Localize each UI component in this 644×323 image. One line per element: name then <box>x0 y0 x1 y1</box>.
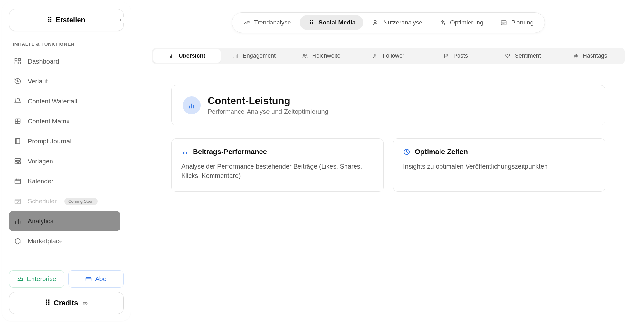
follower-icon <box>372 53 379 59</box>
subtab-follower[interactable]: Follower <box>355 49 422 63</box>
sparkle-dots-icon: ⠿ <box>47 17 51 23</box>
sidebar-section-label: INHALTE & FUNKTIONEN <box>13 41 124 47</box>
matrix-icon <box>14 117 22 125</box>
card-optimale-zeiten[interactable]: Optimale Zeiten Insights zu optimalen Ve… <box>393 138 605 192</box>
topnav-label: Trendanalyse <box>254 19 291 26</box>
enterprise-button[interactable]: Enterprise <box>9 270 64 288</box>
calendar-icon <box>14 177 22 185</box>
sidebar-item-analytics[interactable]: Analytics <box>9 211 120 231</box>
svg-rect-25 <box>86 277 91 281</box>
file-icon <box>443 53 450 59</box>
svg-rect-13 <box>19 162 21 164</box>
svg-rect-1 <box>18 59 20 61</box>
topnav-trendanalyse[interactable]: Trendanalyse <box>235 15 298 30</box>
top-nav: Trendanalyse ⠿ Social Media Nutzeranalys… <box>232 12 545 33</box>
sidebar-item-dashboard[interactable]: Dashboard <box>9 51 120 71</box>
sidebar-item-label: Verlauf <box>28 78 48 85</box>
svg-marker-24 <box>15 238 20 244</box>
subtab-label: Sentiment <box>515 53 541 59</box>
crown-icon <box>17 276 24 282</box>
topnav-label: Optimierung <box>450 19 484 26</box>
divider <box>152 41 625 41</box>
card-beitrags-performance[interactable]: Beitrags-Performance Analyse der Perform… <box>171 138 384 192</box>
sidebar-item-label: Kalender <box>28 178 53 185</box>
credits-button[interactable]: ⠿ Credits ∞ <box>9 292 124 314</box>
sidebar-item-label: Scheduler <box>28 198 57 205</box>
sidebar-item-label: Analytics <box>28 218 53 225</box>
history-icon <box>14 77 22 85</box>
abo-label: Abo <box>95 275 107 283</box>
sidebar-item-vorlagen[interactable]: Vorlagen <box>9 151 120 171</box>
sidebar-item-verlauf[interactable]: Verlauf <box>9 71 120 91</box>
header-title: Content-Leistung <box>208 95 328 107</box>
templates-icon <box>14 157 22 165</box>
sparkles-icon <box>439 19 446 26</box>
analytics-icon <box>14 217 22 225</box>
sidebar-item-marketplace[interactable]: Marketplace <box>9 231 120 251</box>
create-button[interactable]: ⠿ Erstellen <box>9 9 124 31</box>
subtab-uebersicht[interactable]: Übersicht <box>153 49 221 63</box>
users-icon <box>302 53 308 59</box>
subtab-label: Reichweite <box>312 53 340 59</box>
main-content: Trendanalyse ⠿ Social Media Nutzeranalys… <box>133 0 644 323</box>
subtab-posts[interactable]: Posts <box>422 49 489 63</box>
marketplace-icon <box>14 237 22 245</box>
topnav-nutzeranalyse[interactable]: Nutzeranalyse <box>365 15 430 30</box>
subtabs: Übersicht Engagement Reichweite Follower <box>152 48 625 64</box>
sidebar-item-label: Content Waterfall <box>28 98 77 105</box>
hash-icon <box>573 53 579 59</box>
topnav-planung[interactable]: Planung <box>492 15 541 30</box>
abo-button[interactable]: Abo <box>68 270 124 288</box>
journal-icon <box>14 137 22 145</box>
sparkle-dots-icon: ⠿ <box>45 299 49 307</box>
subtab-reichweite[interactable]: Reichweite <box>288 49 355 63</box>
subtab-label: Engagement <box>243 53 276 59</box>
dashboard-icon <box>14 57 22 65</box>
svg-rect-3 <box>18 62 20 64</box>
topnav-label: Social Media <box>318 19 355 26</box>
sidebar-item-content-waterfall[interactable]: Content Waterfall <box>9 91 120 111</box>
topnav-social-media[interactable]: ⠿ Social Media <box>300 15 363 30</box>
waterfall-icon <box>14 97 22 105</box>
user-icon <box>372 19 379 26</box>
bar-chart-icon <box>181 148 188 155</box>
topnav-label: Nutzeranalyse <box>383 19 422 26</box>
sparkle-dots-icon: ⠿ <box>308 19 315 26</box>
subtab-engagement[interactable]: Engagement <box>221 49 288 63</box>
subtab-label: Posts <box>453 53 468 59</box>
sidebar-item-prompt-journal[interactable]: Prompt Journal <box>9 131 120 151</box>
svg-rect-18 <box>15 199 21 204</box>
sidebar-item-content-matrix[interactable]: Content Matrix <box>9 111 120 131</box>
subtab-label: Übersicht <box>179 53 205 59</box>
sidebar-item-kalender[interactable]: Kalender <box>9 171 120 191</box>
svg-point-37 <box>304 54 305 56</box>
card-description: Insights zu optimalen Veröffentlichungsz… <box>403 162 595 171</box>
svg-line-44 <box>575 54 575 58</box>
subtab-hashtags[interactable]: Hashtags <box>556 49 623 63</box>
header-card: Content-Leistung Performance-Analyse und… <box>171 85 605 125</box>
sidebar-item-scheduler: Scheduler Coming Soon <box>9 191 120 211</box>
subtab-label: Hashtags <box>583 53 607 59</box>
subtab-label: Follower <box>383 53 404 59</box>
topnav-label: Planung <box>511 19 534 26</box>
bar-chart-icon <box>168 53 175 59</box>
scheduler-icon <box>14 197 22 205</box>
subtab-sentiment[interactable]: Sentiment <box>489 49 556 63</box>
sidebar-item-label: Marketplace <box>28 238 63 245</box>
svg-rect-9 <box>16 139 20 144</box>
svg-rect-28 <box>501 21 506 25</box>
calendar-check-icon <box>500 19 507 26</box>
svg-rect-12 <box>15 162 17 164</box>
topnav-optimierung[interactable]: Optimierung <box>431 15 491 30</box>
sidebar-item-label: Prompt Journal <box>28 138 71 145</box>
credits-label: Credits <box>54 299 78 307</box>
chevron-right-icon[interactable] <box>117 16 125 24</box>
sidebar-item-label: Vorlagen <box>28 158 53 165</box>
sidebar-item-label: Dashboard <box>28 58 59 65</box>
credits-infinity: ∞ <box>83 299 88 307</box>
card-title: Optimale Zeiten <box>415 148 468 156</box>
svg-point-38 <box>306 54 307 56</box>
signal-icon <box>232 53 239 59</box>
coming-soon-badge: Coming Soon <box>64 198 98 205</box>
svg-rect-14 <box>15 179 21 184</box>
